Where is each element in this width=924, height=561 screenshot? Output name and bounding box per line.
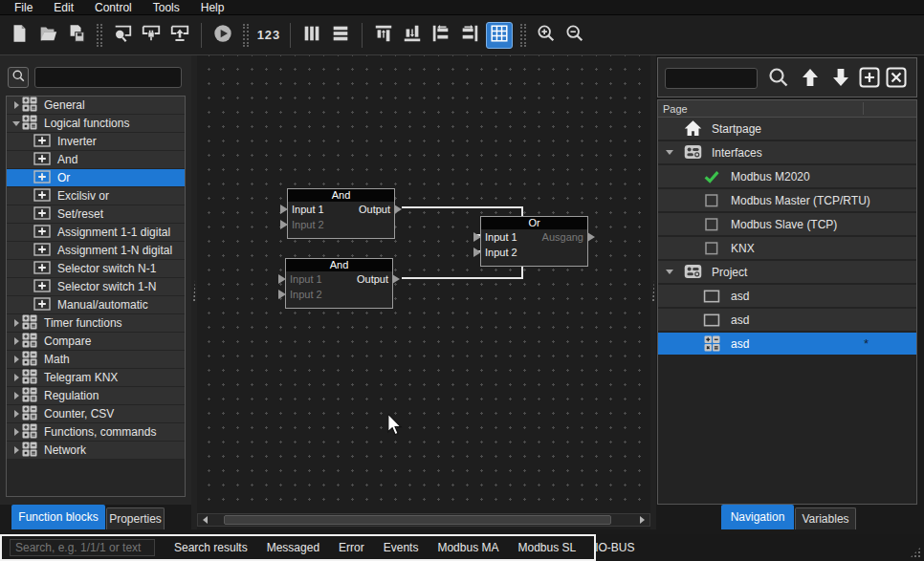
save-file-button[interactable] xyxy=(62,21,91,50)
expander-icon[interactable] xyxy=(11,428,22,436)
tree-item-assignment-1-n-digital[interactable]: Assignment 1-N digital xyxy=(7,242,185,260)
expander-icon[interactable] xyxy=(11,319,22,327)
tab-navigation[interactable]: Navigation xyxy=(721,505,794,529)
scrollbar-track[interactable] xyxy=(212,514,635,526)
menu-file[interactable]: File xyxy=(4,0,43,15)
expander-icon[interactable] xyxy=(11,446,22,454)
toolbar-drag-handle[interactable] xyxy=(97,24,102,47)
menu-edit[interactable]: Edit xyxy=(43,0,84,15)
tree-item-telegram-knx[interactable]: Telegram KNX xyxy=(7,369,185,387)
page-item-modbus-m2020[interactable]: Modbus M2020 xyxy=(658,165,916,187)
move-down-button[interactable] xyxy=(828,66,853,91)
toolbar-drag-handle[interactable] xyxy=(520,24,526,47)
tree-item-selector-switch-n-1[interactable]: Selector switch N-1 xyxy=(7,260,185,278)
upload-project-button[interactable] xyxy=(165,21,194,50)
left-search-button[interactable] xyxy=(8,67,29,88)
toggle-grid-button[interactable] xyxy=(486,22,513,49)
expander-icon[interactable] xyxy=(664,150,675,155)
tree-item-selector-switch-1-n[interactable]: Selector switch 1-N xyxy=(7,278,185,296)
status-link-events[interactable]: Events xyxy=(384,541,419,554)
zoom-out-button[interactable] xyxy=(561,21,589,50)
open-file-button[interactable] xyxy=(33,21,62,50)
numbers-123-button[interactable]: 123 xyxy=(254,21,283,50)
align-right-button[interactable] xyxy=(455,21,484,50)
scrollbar-thumb[interactable] xyxy=(224,515,611,525)
status-link-messaged[interactable]: Messaged xyxy=(267,541,319,554)
menu-control[interactable]: Control xyxy=(84,0,143,15)
tree-item-network[interactable]: Network xyxy=(7,442,185,460)
distribute-columns-button[interactable] xyxy=(297,21,326,50)
expander-icon[interactable] xyxy=(11,410,22,418)
page-item-knx[interactable]: KNX xyxy=(658,237,916,259)
input-port-icon xyxy=(280,205,288,214)
page-item-modbus-slave-tcp[interactable]: Modbus Slave (TCP) xyxy=(658,213,916,235)
page-item-asd[interactable]: asd xyxy=(658,285,916,307)
status-link-modbus-sl[interactable]: Modbus SL xyxy=(517,541,576,554)
tab-variables[interactable]: Variables xyxy=(795,507,856,529)
align-bottom-button[interactable] xyxy=(398,21,427,50)
expander-icon[interactable] xyxy=(11,337,22,345)
expander-icon[interactable] xyxy=(11,121,22,126)
block-title: Or xyxy=(481,217,587,229)
global-search-input[interactable] xyxy=(10,539,155,556)
tree-item-excilsiv-or[interactable]: Excilsiv or xyxy=(7,187,185,205)
page-item-modbus-master-tcp-rtu[interactable]: Modbus Master (TCP/RTU) xyxy=(658,189,916,211)
function-block-or[interactable]: OrInput 1AusgangInput 2 xyxy=(480,216,588,267)
page-item-asd[interactable]: asd xyxy=(658,309,916,331)
toolbar-drag-handle[interactable] xyxy=(243,24,249,47)
tree-item-set-reset[interactable]: Set/reset xyxy=(7,205,185,224)
page-search-input[interactable] xyxy=(665,68,758,89)
status-link-modbus-ma[interactable]: Modbus MA xyxy=(437,541,498,554)
add-page-button[interactable] xyxy=(857,66,882,91)
delete-page-button[interactable] xyxy=(884,66,909,91)
expander-icon[interactable] xyxy=(11,392,22,399)
scroll-left-button[interactable] xyxy=(198,514,212,526)
status-link-io-bus[interactable]: IO-BUS xyxy=(595,541,634,554)
tree-item-regulation[interactable]: Regulation xyxy=(7,387,185,405)
tab-properties[interactable]: Properties xyxy=(106,507,165,529)
search-button[interactable] xyxy=(766,66,791,91)
expander-icon[interactable] xyxy=(11,101,22,109)
page-item-interfaces[interactable]: Interfaces xyxy=(658,141,916,163)
page-item-asd[interactable]: asd* xyxy=(658,333,916,355)
tree-item-compare[interactable]: Compare xyxy=(7,333,185,351)
status-link-search-results[interactable]: Search results xyxy=(174,541,248,554)
tree-item-counter-csv[interactable]: Counter, CSV xyxy=(7,405,185,423)
menu-tools[interactable]: Tools xyxy=(143,0,190,15)
tree-item-or[interactable]: Or xyxy=(7,169,185,187)
left-search-input[interactable] xyxy=(34,67,182,88)
tree-item-logical-functions[interactable]: Logical functions xyxy=(7,115,185,133)
distribute-rows-button[interactable] xyxy=(326,21,355,50)
connect-device-button[interactable] xyxy=(137,21,165,50)
new-file-button[interactable] xyxy=(5,21,33,50)
tree-item-inverter[interactable]: Inverter xyxy=(7,133,185,151)
status-link-error[interactable]: Error xyxy=(339,541,364,554)
window-resize-grip[interactable] xyxy=(910,547,921,558)
tree-item-manual-automatic[interactable]: Manual/automatic xyxy=(7,296,185,314)
triangle xyxy=(14,446,19,454)
search-device-button[interactable] xyxy=(108,21,137,50)
move-up-button[interactable] xyxy=(798,66,823,91)
expander-icon[interactable] xyxy=(11,356,22,363)
function-block-and[interactable]: AndInput 1OutputInput 2 xyxy=(287,188,395,239)
tree-item-assignment-1-1-digital[interactable]: Assignment 1-1 digital xyxy=(7,224,185,242)
tree-item-general[interactable]: General xyxy=(7,97,185,115)
tree-item-math[interactable]: Math xyxy=(7,351,185,369)
menu-help[interactable]: Help xyxy=(190,0,235,15)
tab-function-blocks[interactable]: Function blocks xyxy=(11,505,105,529)
expander-icon[interactable] xyxy=(11,374,22,381)
tree-item-functions-commands[interactable]: Functions, commands xyxy=(7,423,185,442)
expander-icon[interactable] xyxy=(664,270,675,274)
logic-canvas[interactable]: AndInput 1OutputInput 2AndInput 1OutputI… xyxy=(197,55,650,510)
port-label-input: Input 2 xyxy=(292,219,324,230)
scroll-right-button[interactable] xyxy=(635,514,649,526)
tree-item-and[interactable]: And xyxy=(7,151,185,169)
align-top-button[interactable] xyxy=(369,21,398,50)
tree-item-timer-functions[interactable]: Timer functions xyxy=(7,314,185,333)
align-left-button[interactable] xyxy=(427,21,455,50)
page-item-startpage[interactable]: Startpage xyxy=(658,118,916,140)
run-button[interactable] xyxy=(209,21,237,50)
page-item-project[interactable]: Project xyxy=(658,261,916,283)
function-block-and[interactable]: AndInput 1OutputInput 2 xyxy=(285,258,393,309)
zoom-in-button[interactable] xyxy=(532,21,561,50)
